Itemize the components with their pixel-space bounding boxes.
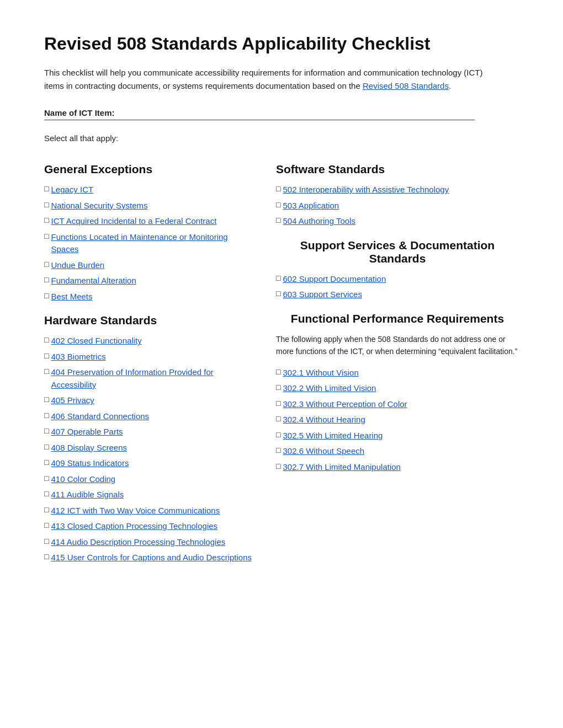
checklist-link[interactable]: 302.4 Without Hearing xyxy=(283,414,365,426)
checklist-link[interactable]: 408 Display Screens xyxy=(51,442,127,454)
hardware-standards-title: Hardware Standards xyxy=(44,314,254,327)
list-item: □302.2 With Limited Vision xyxy=(276,382,519,395)
checklist-link[interactable]: 402 Closed Functionality xyxy=(51,335,141,347)
software-standards-title: Software Standards xyxy=(276,163,519,176)
checklist-link[interactable]: ICT Acquired Incidental to a Federal Con… xyxy=(51,215,216,228)
checklist-link[interactable]: 503 Application xyxy=(283,200,339,212)
checkbox-icon[interactable]: □ xyxy=(44,458,49,467)
checklist-link[interactable]: 302.2 With Limited Vision xyxy=(283,382,376,395)
checklist-link[interactable]: 302.1 Without Vision xyxy=(283,367,358,379)
checkbox-icon[interactable]: □ xyxy=(44,521,49,529)
checkbox-icon[interactable]: □ xyxy=(276,462,280,470)
checklist-link[interactable]: 413 Closed Caption Processing Technologi… xyxy=(51,520,217,533)
checkbox-icon[interactable]: □ xyxy=(276,274,280,282)
checkbox-icon[interactable]: □ xyxy=(276,184,280,193)
support-services-section: Support Services & Documentation Standar… xyxy=(276,239,519,301)
checklist-link[interactable]: 406 Standard Connections xyxy=(51,410,149,423)
checklist-link[interactable]: 603 Support Services xyxy=(283,288,362,301)
list-item: □302.6 Without Speech xyxy=(276,445,519,458)
list-item: □ICT Acquired Incidental to a Federal Co… xyxy=(44,215,254,228)
checkbox-icon[interactable]: □ xyxy=(44,260,49,269)
checkbox-icon[interactable]: □ xyxy=(44,216,49,224)
checkbox-icon[interactable]: □ xyxy=(44,351,49,360)
checkbox-icon[interactable]: □ xyxy=(44,291,49,300)
list-item: □412 ICT with Two Way Voice Communicatio… xyxy=(44,505,254,517)
checkbox-icon[interactable]: □ xyxy=(44,537,49,545)
checklist-link[interactable]: 414 Audio Description Processing Technol… xyxy=(51,536,225,549)
checklist-link[interactable]: Fundamental Alteration xyxy=(51,275,136,287)
checklist-link[interactable]: 412 ICT with Two Way Voice Communication… xyxy=(51,505,220,517)
checklist-link[interactable]: Functions Located in Maintenance or Moni… xyxy=(51,231,254,256)
checklist-link[interactable]: 407 Operable Parts xyxy=(51,426,123,438)
checkbox-icon[interactable]: □ xyxy=(44,474,49,483)
checkbox-icon[interactable]: □ xyxy=(44,367,49,376)
functional-performance-title: Functional Performance Requirements xyxy=(276,312,519,325)
general-exceptions-list: □Legacy ICT□National Security Systems□IC… xyxy=(44,184,254,303)
checklist-link[interactable]: 404 Preservation of Information Provided… xyxy=(51,366,254,391)
checklist-link[interactable]: 409 Status Indicators xyxy=(51,457,129,470)
checkbox-icon[interactable]: □ xyxy=(44,489,49,498)
general-exceptions-title: General Exceptions xyxy=(44,163,254,176)
left-column: General Exceptions □Legacy ICT□National … xyxy=(44,158,254,575)
checklist-link[interactable]: 302.5 With Limited Hearing xyxy=(283,430,383,442)
checklist-link[interactable]: 502 Interoperability with Assistive Tech… xyxy=(283,184,449,196)
checkbox-icon[interactable]: □ xyxy=(276,414,280,423)
checklist-link[interactable]: 302.3 Without Perception of Color xyxy=(283,398,407,411)
checkbox-icon[interactable]: □ xyxy=(44,411,49,420)
checkbox-icon[interactable]: □ xyxy=(44,552,49,561)
checkbox-icon[interactable]: □ xyxy=(276,200,280,209)
checklist-link[interactable]: 302.7 With Limited Manipulation xyxy=(283,461,400,474)
checklist-link[interactable]: National Security Systems xyxy=(51,200,147,212)
checklist-link[interactable]: Best Meets xyxy=(51,291,92,303)
checklist-link[interactable]: 415 User Controls for Captions and Audio… xyxy=(51,552,252,564)
checkbox-icon[interactable]: □ xyxy=(44,442,49,451)
checkbox-icon[interactable]: □ xyxy=(276,216,280,224)
checkbox-icon[interactable]: □ xyxy=(276,289,280,298)
checklist-link[interactable]: Undue Burden xyxy=(51,259,104,272)
checklist-link[interactable]: 403 Biometrics xyxy=(51,351,105,363)
list-item: □Best Meets xyxy=(44,291,254,303)
checkbox-icon[interactable]: □ xyxy=(276,399,280,408)
checkbox-icon[interactable]: □ xyxy=(44,275,49,284)
checklist-link[interactable]: Legacy ICT xyxy=(51,184,93,196)
functional-performance-list: □302.1 Without Vision□302.2 With Limited… xyxy=(276,367,519,474)
functional-performance-description: The following apply when the 508 Standar… xyxy=(276,333,519,358)
ict-item-label: Name of ICT Item: xyxy=(44,108,519,117)
checklist-link[interactable]: 411 Audible Signals xyxy=(51,489,124,501)
main-content: General Exceptions □Legacy ICT□National … xyxy=(44,158,519,575)
list-item: □414 Audio Description Processing Techno… xyxy=(44,536,254,549)
checklist-link[interactable]: 504 Authoring Tools xyxy=(283,215,355,228)
intro-text-after-link: . xyxy=(449,81,451,90)
checkbox-icon[interactable]: □ xyxy=(276,446,280,454)
checkbox-icon[interactable]: □ xyxy=(44,335,49,344)
list-item: □502 Interoperability with Assistive Tec… xyxy=(276,184,519,196)
list-item: □405 Privacy xyxy=(44,394,254,407)
list-item: □402 Closed Functionality xyxy=(44,335,254,347)
checkbox-icon[interactable]: □ xyxy=(44,184,49,193)
checklist-link[interactable]: 405 Privacy xyxy=(51,394,94,407)
list-item: □Fundamental Alteration xyxy=(44,275,254,287)
checkbox-icon[interactable]: □ xyxy=(44,200,49,209)
checkbox-icon[interactable]: □ xyxy=(44,426,49,435)
list-item: □503 Application xyxy=(276,200,519,212)
checkbox-icon[interactable]: □ xyxy=(44,505,49,514)
checkbox-icon[interactable]: □ xyxy=(276,367,280,376)
checklist-link[interactable]: 302.6 Without Speech xyxy=(283,445,364,458)
ict-underline xyxy=(44,120,475,120)
checkbox-icon[interactable]: □ xyxy=(44,395,49,404)
list-item: □Legacy ICT xyxy=(44,184,254,196)
checkbox-icon[interactable]: □ xyxy=(276,430,280,439)
checkbox-icon[interactable]: □ xyxy=(44,232,49,240)
list-item: □403 Biometrics xyxy=(44,351,254,363)
list-item: □302.5 With Limited Hearing xyxy=(276,430,519,442)
hardware-standards-section: Hardware Standards □402 Closed Functiona… xyxy=(44,314,254,564)
checklist-link[interactable]: 602 Support Documentation xyxy=(283,273,386,286)
list-item: □408 Display Screens xyxy=(44,442,254,454)
list-item: □415 User Controls for Captions and Audi… xyxy=(44,552,254,564)
revised-508-link[interactable]: Revised 508 Standards xyxy=(363,81,449,90)
list-item: □404 Preservation of Information Provide… xyxy=(44,366,254,391)
checkbox-icon[interactable]: □ xyxy=(276,383,280,392)
list-item: □504 Authoring Tools xyxy=(276,215,519,228)
checklist-link[interactable]: 410 Color Coding xyxy=(51,473,115,486)
list-item: □406 Standard Connections xyxy=(44,410,254,423)
